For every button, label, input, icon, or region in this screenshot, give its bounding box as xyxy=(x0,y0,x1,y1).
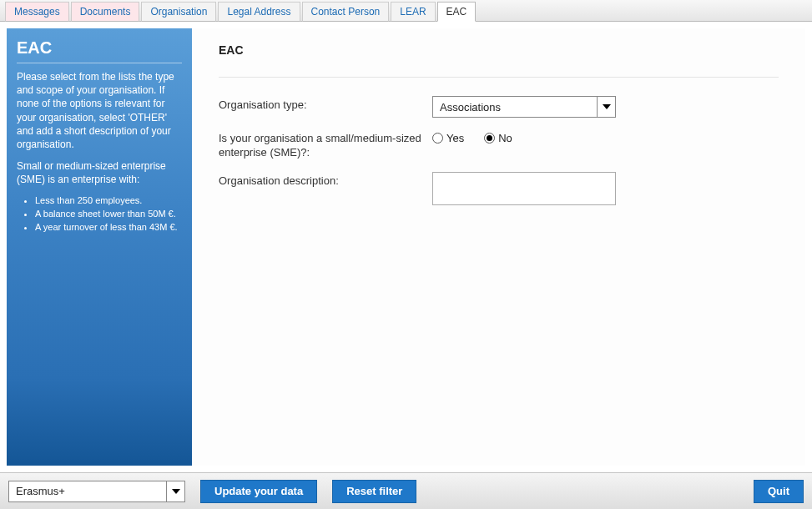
label-sme: Is your organisation a small/medium-size… xyxy=(219,129,432,160)
row-sme: Is your organisation a small/medium-size… xyxy=(219,129,779,160)
label-description: Organisation description: xyxy=(219,172,432,189)
sidebar-paragraph-1: Please select from the lists the type an… xyxy=(17,70,182,151)
programme-filter-value: Erasmus+ xyxy=(9,485,166,497)
tab-bar: Messages Documents Organisation Legal Ad… xyxy=(0,0,812,22)
tab-lear[interactable]: LEAR xyxy=(391,2,435,22)
content-area: EAC Please select from the lists the typ… xyxy=(0,22,812,472)
footer-bar: Erasmus+ Update your data Reset filter Q… xyxy=(0,472,812,509)
chevron-down-icon xyxy=(166,481,184,501)
sidebar-list: Less than 250 employees. A balance sheet… xyxy=(17,195,182,232)
row-description: Organisation description: xyxy=(219,172,779,208)
label-organisation-type: Organisation type: xyxy=(219,96,432,113)
sidebar-paragraph-2: Small or medium-sized enterprise (SME) i… xyxy=(17,159,182,186)
chevron-down-icon xyxy=(597,97,615,117)
tab-eac[interactable]: EAC xyxy=(437,2,477,22)
radio-label-yes: Yes xyxy=(446,132,464,144)
radio-label-no: No xyxy=(498,132,512,144)
radio-icon xyxy=(432,133,443,144)
sidebar-divider xyxy=(17,63,182,63)
sme-radio-yes[interactable]: Yes xyxy=(432,132,464,144)
tab-organisation[interactable]: Organisation xyxy=(141,2,216,22)
row-organisation-type: Organisation type: Associations xyxy=(219,96,779,118)
section-divider xyxy=(219,77,779,78)
reset-filter-button[interactable]: Reset filter xyxy=(332,480,416,503)
update-your-data-button[interactable]: Update your data xyxy=(200,480,317,503)
sme-radio-no[interactable]: No xyxy=(484,132,512,144)
tab-legal-address[interactable]: Legal Address xyxy=(218,2,300,22)
page-title: EAC xyxy=(219,43,779,57)
organisation-type-select[interactable]: Associations xyxy=(432,96,616,118)
list-item: A year turnover of less than 43M €. xyxy=(35,222,182,232)
tab-messages[interactable]: Messages xyxy=(5,2,69,22)
main-panel: EAC Organisation type: Associations Is y… xyxy=(192,28,805,466)
list-item: Less than 250 employees. xyxy=(35,195,182,205)
tab-contact-person[interactable]: Contact Person xyxy=(302,2,390,22)
organisation-description-input[interactable] xyxy=(432,172,616,205)
sidebar-title: EAC xyxy=(17,38,182,58)
radio-icon xyxy=(484,133,495,144)
organisation-type-value: Associations xyxy=(433,101,597,113)
list-item: A balance sheet lower than 50M €. xyxy=(35,209,182,219)
sidebar: EAC Please select from the lists the typ… xyxy=(7,28,192,466)
sme-radio-group: Yes No xyxy=(432,129,779,144)
tab-documents[interactable]: Documents xyxy=(71,2,140,22)
programme-filter-select[interactable]: Erasmus+ xyxy=(8,481,185,502)
quit-button[interactable]: Quit xyxy=(754,480,804,503)
